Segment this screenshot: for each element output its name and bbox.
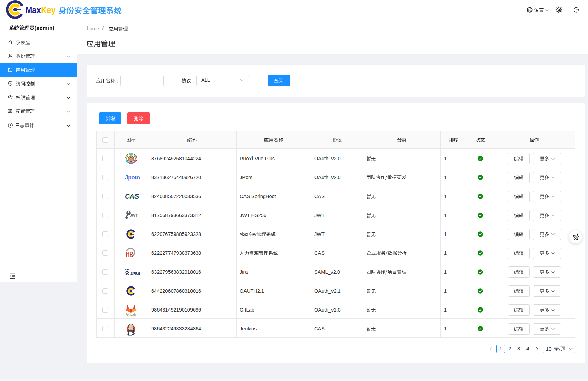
svg-text:JWT: JWT <box>130 213 138 217</box>
svg-text:HR: HR <box>126 250 133 258</box>
svg-text:JIRA: JIRA <box>130 271 140 276</box>
svg-text:GitLab: GitLab <box>126 313 136 316</box>
svg-text:Jpom: Jpom <box>125 174 140 181</box>
